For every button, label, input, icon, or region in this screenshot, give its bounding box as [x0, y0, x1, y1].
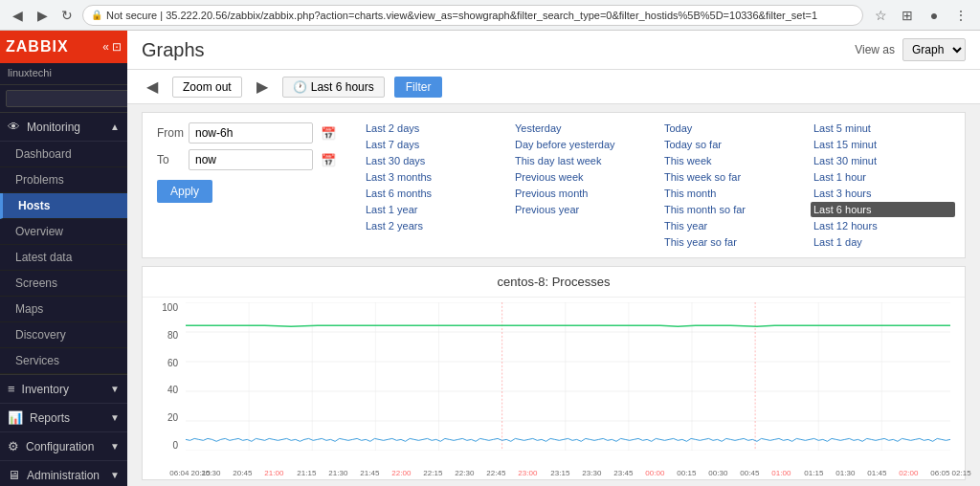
address-bar[interactable]: 🔒 Not secure | 35.222.20.56/zabbix/zabbi…	[82, 5, 863, 26]
sidebar-item-services[interactable]: Services	[0, 348, 127, 374]
sidebar-header: ZABBIX « ⊡	[0, 31, 127, 63]
ql-daybeforeyesterday[interactable]: Day before yesterday	[512, 137, 657, 152]
view-as-select[interactable]: Graph	[902, 38, 966, 61]
sidebar-item-discovery[interactable]: Discovery	[0, 322, 127, 348]
ql-thismonthsofar[interactable]: This month so far	[661, 202, 806, 217]
ql-previousyear[interactable]: Previous year	[512, 202, 657, 217]
ql-thisweek[interactable]: This week	[661, 153, 806, 168]
sidebar-item-maps[interactable]: Maps	[0, 297, 127, 322]
from-label: From	[157, 126, 181, 140]
administration-label: Administration	[27, 469, 100, 482]
sidebar-item-latest-data[interactable]: Latest data	[0, 245, 127, 271]
ql-last12hours[interactable]: Last 12 hours	[811, 218, 955, 233]
url-text: Not secure | 35.222.20.56/zabbix/zabbix.…	[106, 10, 817, 21]
ql-last6months[interactable]: Last 6 months	[363, 186, 507, 201]
configuration-label: Configuration	[26, 440, 94, 453]
profile-button[interactable]: ●	[923, 4, 946, 27]
inventory-icon: ≡	[8, 382, 15, 396]
ql-previousweek[interactable]: Previous week	[512, 169, 657, 185]
from-row: From 📅	[157, 122, 339, 144]
ql-last3hours[interactable]: Last 3 hours	[811, 186, 955, 201]
reports-header[interactable]: 📊 Reports ▼	[0, 404, 127, 432]
y-label-100: 100	[147, 302, 178, 313]
from-input[interactable]	[189, 122, 313, 144]
x-label-25: 06:05 02:15	[930, 469, 970, 477]
reports-label: Reports	[30, 411, 70, 425]
sidebar-username: linuxtechi	[0, 63, 127, 85]
to-input[interactable]	[189, 149, 313, 170]
to-label: To	[157, 153, 181, 166]
ql-previousmonth[interactable]: Previous month	[512, 186, 657, 201]
bookmark-button[interactable]: ☆	[869, 4, 892, 27]
apply-button[interactable]: Apply	[157, 180, 212, 203]
sidebar-item-overview[interactable]: Overview	[0, 219, 127, 245]
ql-thisyearsofar[interactable]: This year so far	[661, 234, 806, 250]
y-label-80: 80	[147, 330, 178, 341]
sidebar-item-hosts[interactable]: Hosts	[0, 193, 127, 219]
chart-svg	[186, 302, 950, 451]
ql-last2years[interactable]: Last 2 years	[363, 218, 507, 233]
browser-bar: ◀ ▶ ↻ 🔒 Not secure | 35.222.20.56/zabbix…	[0, 0, 980, 31]
view-as-label: View as	[855, 43, 895, 56]
ql-last30days[interactable]: Last 30 days	[363, 153, 507, 168]
ql-last1hour[interactable]: Last 1 hour	[811, 169, 955, 185]
monitoring-icon: 👁	[8, 120, 20, 134]
monitoring-header[interactable]: 👁 Monitoring ▲	[0, 113, 127, 142]
zoom-out-button[interactable]: Zoom out	[172, 77, 242, 98]
ql-last1day[interactable]: Last 1 day	[811, 234, 955, 250]
inventory-arrow: ▼	[110, 384, 120, 394]
ql-empty1	[512, 218, 657, 233]
view-as-bar: View as Graph	[855, 38, 966, 61]
ql-last3months[interactable]: Last 3 months	[363, 169, 507, 185]
filter-button[interactable]: Filter	[394, 77, 443, 98]
ql-last2days[interactable]: Last 2 days	[363, 121, 507, 136]
ql-today[interactable]: Today	[661, 121, 806, 136]
page-title: Graphs	[142, 39, 205, 61]
ql-last5min[interactable]: Last 5 minut	[811, 121, 955, 136]
sidebar-search: 🔍	[0, 85, 127, 113]
sidebar-item-problems[interactable]: Problems	[0, 167, 127, 193]
to-row: To 📅	[157, 149, 339, 170]
extension-button[interactable]: ⊞	[896, 4, 919, 27]
menu-button[interactable]: ⋮	[949, 4, 972, 27]
date-section: From 📅 To 📅 Apply	[143, 113, 353, 257]
ql-last15min[interactable]: Last 15 minut	[811, 137, 955, 152]
clock-icon: 🕐	[293, 80, 307, 94]
ql-last30min[interactable]: Last 30 minut	[811, 153, 955, 168]
back-button[interactable]: ◀	[8, 6, 27, 25]
monitoring-arrow: ▲	[110, 122, 120, 132]
forward-button[interactable]: ▶	[33, 6, 52, 25]
configuration-header[interactable]: ⚙ Configuration ▼	[0, 432, 127, 461]
sidebar-item-dashboard[interactable]: Dashboard	[0, 142, 127, 167]
ql-thisyear[interactable]: This year	[661, 218, 806, 233]
administration-arrow: ▼	[110, 470, 120, 480]
y-axis: 100 80 60 40 20 0	[147, 302, 181, 451]
to-calendar-icon[interactable]: 📅	[321, 153, 336, 167]
ql-thismonth[interactable]: This month	[661, 186, 806, 201]
reload-button[interactable]: ↻	[57, 6, 77, 25]
window-icon[interactable]: ⊡	[112, 40, 122, 54]
chart-container: 100 80 60 40 20 0	[143, 298, 965, 479]
ql-last7days[interactable]: Last 7 days	[363, 137, 507, 152]
reports-icon: 📊	[8, 410, 23, 425]
inventory-header[interactable]: ≡ Inventory ▼	[0, 374, 127, 404]
sidebar-item-screens[interactable]: Screens	[0, 271, 127, 297]
ql-yesterday[interactable]: Yesterday	[512, 121, 657, 136]
last-period-button[interactable]: 🕐 Last 6 hours	[282, 77, 385, 98]
prev-button[interactable]: ◀	[142, 76, 163, 98]
ql-todaysofar[interactable]: Today so far	[661, 137, 806, 152]
ql-last6hours[interactable]: Last 6 hours	[811, 202, 955, 217]
from-calendar-icon[interactable]: 📅	[321, 126, 336, 141]
next-button[interactable]: ▶	[252, 76, 273, 98]
y-label-20: 20	[147, 412, 178, 423]
quick-links-section: Last 2 days Yesterday Today Last 5 minut…	[353, 113, 965, 257]
browser-icons: ☆ ⊞ ● ⋮	[869, 4, 972, 27]
ql-last1year[interactable]: Last 1 year	[363, 202, 507, 217]
ql-thisweeksofar[interactable]: This week so far	[661, 169, 806, 185]
monitoring-label: Monitoring	[27, 121, 80, 134]
collapse-icon[interactable]: «	[102, 40, 109, 54]
search-input[interactable]	[6, 90, 127, 107]
ql-thisdaylastweek[interactable]: This day last week	[512, 153, 657, 168]
page-header: Graphs View as Graph	[127, 31, 980, 70]
administration-header[interactable]: 🖥 Administration ▼	[0, 461, 127, 486]
